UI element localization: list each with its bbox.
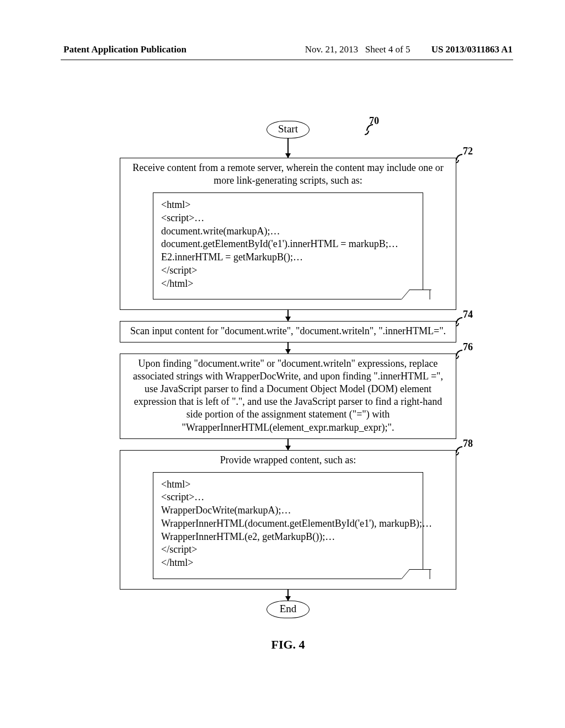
dogear-icon <box>401 569 431 579</box>
arrow-down-icon <box>287 590 289 601</box>
page-header: Patent Application Publication Nov. 21, … <box>63 44 513 55</box>
arrow-down-icon <box>287 138 289 158</box>
code-line: </script> <box>161 543 415 556</box>
header-left: Patent Application Publication <box>63 44 186 55</box>
code-line: WrapperInnerHTML(e2, getMarkupB());… <box>161 531 415 544</box>
leader-line-icon <box>456 452 459 456</box>
step-78-text: Provide wrapped content, such as: <box>220 454 356 465</box>
header-right: Nov. 21, 2013 Sheet 4 of 5 US 2013/03118… <box>305 44 513 55</box>
code-line: </html> <box>161 277 415 291</box>
figure-label: FIG. 4 <box>120 638 456 652</box>
leader-line-icon <box>456 446 462 453</box>
code-line: <script>… <box>161 212 415 225</box>
ref-72: 72 <box>463 146 473 157</box>
code-box-78: <html> <script>… WrapperDocWrite(markupA… <box>153 472 423 579</box>
header-sheet: Sheet 4 of 5 <box>365 44 411 55</box>
ref-74: 74 <box>463 309 473 320</box>
step-74-text: Scan input content for "document.write",… <box>130 325 446 336</box>
flowchart: 70 Start 72 Receive content from a remot… <box>120 121 456 652</box>
code-line: <html> <box>161 478 415 491</box>
leader-line-icon <box>365 131 369 135</box>
leader-line-icon <box>456 160 459 163</box>
step-76-text: Upon finding "document.write" or "docume… <box>133 358 443 432</box>
leader-line-icon <box>366 124 373 131</box>
terminal-end: End <box>266 601 310 618</box>
leader-line-icon <box>456 356 459 359</box>
step-72-text: Receive content from a remote server, wh… <box>132 162 444 186</box>
dogear-icon <box>401 290 431 299</box>
step-78: 78 Provide wrapped content, such as: <ht… <box>120 450 456 590</box>
header-rule <box>61 60 513 60</box>
arrow-down-icon <box>287 342 289 354</box>
step-72: 72 Receive content from a remote server,… <box>120 158 456 310</box>
step-74: 74 Scan input content for "document.writ… <box>120 321 456 342</box>
code-box-72: <html> <script>… document.write(markupA)… <box>153 192 423 299</box>
code-line: document.write(markupA);… <box>161 225 415 238</box>
code-line: WrapperDocWrite(markupA);… <box>161 504 415 517</box>
step-76: 76 Upon finding "document.write" or "doc… <box>120 354 456 438</box>
code-line: WrapperInnerHTML(document.getElementById… <box>161 517 415 531</box>
code-line: <script>… <box>161 491 415 504</box>
code-line: document.getElementById('e1').innerHTML … <box>161 238 415 251</box>
arrow-down-icon <box>287 310 289 321</box>
page: Patent Application Publication Nov. 21, … <box>0 0 565 652</box>
terminal-start: Start <box>266 121 310 138</box>
header-pubno: US 2013/0311863 A1 <box>431 44 513 55</box>
header-date: Nov. 21, 2013 <box>305 44 358 55</box>
ref-76: 76 <box>463 341 473 353</box>
arrow-down-icon <box>287 439 289 450</box>
ref-78: 78 <box>463 438 473 449</box>
code-line: E2.innerHTML = getMarkupB();… <box>161 251 415 264</box>
code-line: </html> <box>161 556 415 570</box>
code-line: <html> <box>161 199 415 212</box>
code-line: </script> <box>161 264 415 277</box>
leader-line-icon <box>456 323 459 326</box>
